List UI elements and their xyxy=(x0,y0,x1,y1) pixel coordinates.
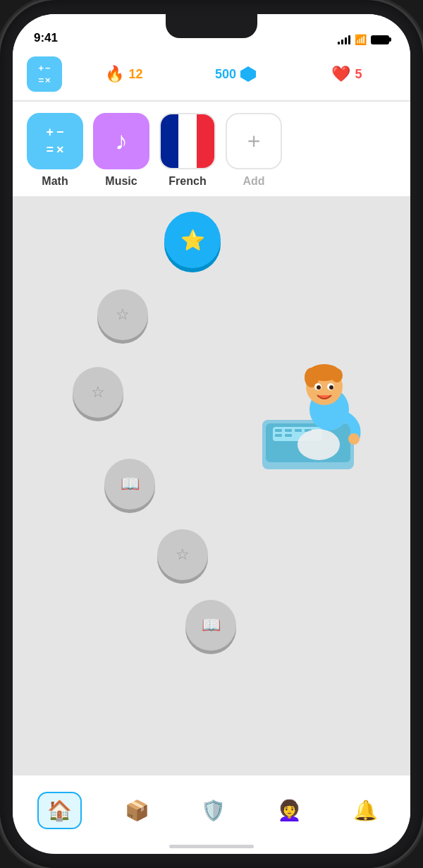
svg-rect-7 xyxy=(275,434,282,437)
math-sym-3: = xyxy=(46,143,54,157)
node-3-icon: ☆ xyxy=(91,383,105,402)
music-note-icon: ♪ xyxy=(115,126,128,156)
wifi-icon: 📶 xyxy=(355,34,367,45)
top-nav: + − = × 🔥 12 500 ❤️ 5 xyxy=(13,49,410,102)
streak-stat: 🔥 12 xyxy=(75,65,173,83)
status-icons: 📶 xyxy=(338,34,389,45)
bottom-nav: 🏠 📦 🛡️ 👩‍🦱 🔔 xyxy=(13,774,410,845)
node-4-icon: 📖 xyxy=(121,475,140,493)
svg-point-17 xyxy=(317,385,321,390)
music-label: Music xyxy=(105,175,137,188)
french-flag xyxy=(161,114,214,168)
app-logo[interactable]: + − = × xyxy=(27,56,62,92)
node-5[interactable]: ☆ xyxy=(157,529,208,580)
math-sym-2: − xyxy=(56,125,64,140)
french-label: French xyxy=(168,175,206,188)
nav-home[interactable]: 🏠 xyxy=(37,792,82,829)
notch xyxy=(166,14,257,38)
svg-rect-3 xyxy=(275,429,282,432)
course-selector: + − = × Math ♪ Music xyxy=(13,102,410,198)
phone-screen: 9:41 📶 + − = × xyxy=(13,14,410,854)
nav-notifications[interactable]: 🔔 xyxy=(345,793,386,828)
course-french[interactable]: French xyxy=(159,113,216,188)
signal-icon xyxy=(338,35,350,44)
node-3[interactable]: ☆ xyxy=(73,367,123,418)
hearts-value: 5 xyxy=(355,67,362,82)
path-container: ⭐ ☆ ☆ xyxy=(13,198,410,774)
profile-icon: 👩‍🦱 xyxy=(277,799,302,822)
music-icon-wrap: ♪ xyxy=(93,113,149,169)
math-sym-4: × xyxy=(56,143,64,157)
node-2-icon: ☆ xyxy=(116,306,130,324)
node-4[interactable]: 📖 xyxy=(104,459,155,510)
hearts-stat: ❤️ 5 xyxy=(298,65,396,83)
logo-symbol-4: × xyxy=(45,75,51,85)
heart-icon: ❤️ xyxy=(331,65,350,83)
character-svg xyxy=(241,353,368,480)
fire-icon: 🔥 xyxy=(105,65,124,83)
node-2[interactable]: ☆ xyxy=(97,289,148,340)
nav-shield[interactable]: 🛡️ xyxy=(192,793,234,828)
nav-quests[interactable]: 📦 xyxy=(116,793,158,828)
flag-blue xyxy=(161,114,178,168)
character-illustration xyxy=(241,353,368,480)
node-5-icon: ☆ xyxy=(176,545,190,564)
nav-profile[interactable]: 👩‍🦱 xyxy=(269,793,310,828)
svg-point-9 xyxy=(298,429,340,460)
gem-icon xyxy=(240,66,256,82)
svg-point-14 xyxy=(331,368,343,382)
svg-point-18 xyxy=(329,385,333,390)
streak-value: 12 xyxy=(128,67,142,82)
node-6[interactable]: 📖 xyxy=(185,600,236,651)
scroll-indicator xyxy=(169,845,254,848)
home-icon: 🏠 xyxy=(47,799,72,822)
svg-point-19 xyxy=(348,433,360,445)
node-1-icon: ⭐ xyxy=(180,229,205,252)
course-music[interactable]: ♪ Music xyxy=(93,113,149,188)
add-icon-wrap: + xyxy=(226,113,282,169)
logo-symbol-2: − xyxy=(45,63,51,73)
flag-red xyxy=(197,114,214,168)
gems-value: 500 xyxy=(215,67,236,82)
logo-symbol-3: = xyxy=(38,75,44,85)
shield-icon: 🛡️ xyxy=(201,799,226,822)
node-1[interactable]: ⭐ xyxy=(164,212,221,268)
add-label: Add xyxy=(243,175,264,188)
flag-white xyxy=(178,114,196,168)
node-6-icon: 📖 xyxy=(202,616,221,634)
math-label: Math xyxy=(42,175,68,188)
status-time: 9:41 xyxy=(34,31,58,45)
gems-stat: 500 xyxy=(186,66,285,82)
course-add[interactable]: + Add xyxy=(226,113,282,188)
math-icon-wrap: + − = × xyxy=(27,113,83,169)
battery-icon xyxy=(371,35,389,44)
phone-frame: 9:41 📶 + − = × xyxy=(0,0,423,868)
french-icon-wrap xyxy=(159,113,216,169)
svg-rect-4 xyxy=(285,429,292,432)
quests-icon: 📦 xyxy=(125,799,149,822)
svg-rect-8 xyxy=(285,434,292,437)
logo-symbol-1: + xyxy=(38,63,44,73)
math-sym-1: + xyxy=(46,125,54,140)
svg-rect-5 xyxy=(295,429,302,432)
bell-icon: 🔔 xyxy=(353,799,378,822)
course-math[interactable]: + − = × Math xyxy=(27,113,83,188)
main-content: ⭐ ☆ ☆ xyxy=(13,198,410,774)
plus-icon: + xyxy=(247,128,261,155)
